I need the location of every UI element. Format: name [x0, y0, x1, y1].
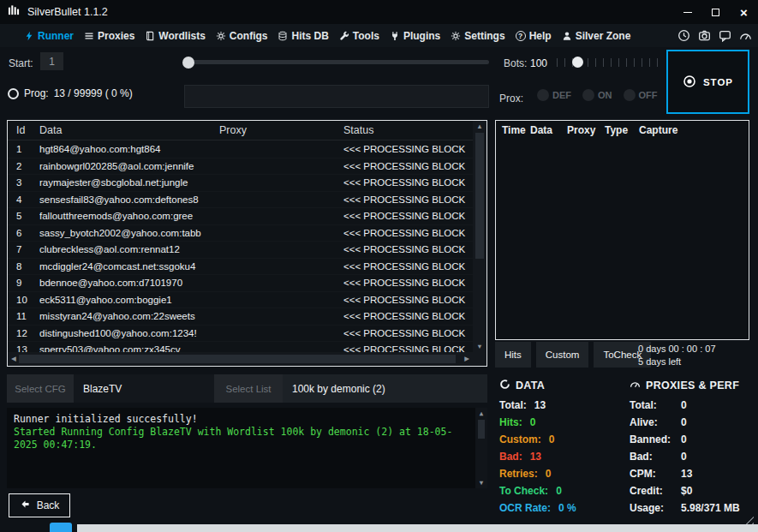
table-cell: bdennoe@yahoo.com:d7101970 — [39, 278, 219, 288]
table-cell: 3 — [8, 177, 39, 188]
minimize-button[interactable] — [673, 0, 701, 24]
nav-item-wordlists[interactable]: Wordlists — [140, 24, 210, 47]
table-cell: 12 — [8, 328, 39, 338]
days-left: 5 days left — [638, 356, 716, 368]
stat-label: Retries: — [499, 468, 538, 480]
scroll-left-icon[interactable]: ◀ — [11, 356, 16, 362]
table-row[interactable]: 10eck5311@yahoo.com:boggie1<<< PROCESSIN… — [8, 292, 473, 309]
titlebar: SilverBullet 1.1.2 × — [0, 0, 758, 24]
scroll-down-icon[interactable]: ▼ — [476, 344, 482, 350]
start-slider[interactable] — [184, 60, 489, 64]
scrollbar-thumb[interactable] — [478, 420, 485, 439]
column-header-time[interactable]: Time — [496, 124, 530, 136]
config-bar: Select CFG BlazeTV Select List 100k by d… — [7, 374, 487, 403]
start-input[interactable] — [40, 52, 63, 70]
nav-item-configs[interactable]: Configs — [211, 24, 273, 47]
proxy-mode-off[interactable]: OFF — [624, 89, 658, 101]
maximize-button[interactable] — [701, 0, 730, 24]
table-cell: 6 — [8, 228, 39, 238]
stat-value: 0 — [681, 416, 687, 428]
nav-item-help[interactable]: ? Help — [510, 24, 557, 47]
nav-item-runner[interactable]: Runner — [19, 24, 79, 47]
table-row[interactable]: 11misstyran24@yahoo.com:22sweets<<< PROC… — [8, 308, 473, 326]
scroll-up-icon[interactable]: ▲ — [476, 123, 482, 130]
close-icon: × — [740, 6, 748, 19]
column-header-type[interactable]: Type — [605, 124, 639, 136]
proxy-mode-on[interactable]: ON — [582, 89, 612, 101]
stat-label: Bad: — [499, 451, 522, 463]
column-header-capture[interactable]: Capture — [639, 124, 749, 136]
stat-row: Custom:0 — [499, 431, 628, 448]
table-row[interactable]: 9bdennoe@yahoo.com:d7101970<<< PROCESSIN… — [8, 275, 473, 292]
stat-label: Banned: — [630, 433, 681, 445]
column-header-data[interactable]: Data — [530, 124, 567, 136]
stop-button[interactable]: STOP — [666, 50, 749, 114]
gear-icon — [216, 31, 226, 41]
table-row[interactable]: 13sperry503@yahoo.com:zx345cv<<< PROCESS… — [8, 342, 473, 352]
column-header-proxy[interactable]: Proxy — [567, 124, 605, 136]
hits-header: Time Data Proxy Type Capture — [496, 121, 749, 140]
scrollbar-thumb[interactable] — [19, 355, 456, 363]
proxy-mode-def[interactable]: DEF — [537, 89, 571, 101]
start-slider-thumb[interactable] — [182, 57, 194, 69]
proxies-stats-panel: PROXIES & PERF Total:0Alive:0Banned:0Bad… — [630, 378, 755, 517]
column-header-status[interactable]: Status — [343, 124, 486, 136]
toggle-knob-icon — [537, 89, 549, 101]
scrollbar-thumb[interactable] — [475, 133, 484, 260]
stat-value: 0 — [556, 485, 562, 497]
nav-item-silver-zone[interactable]: Silver Zone — [557, 24, 636, 47]
table-row[interactable]: 12distingushed100@yahoo.com:1234!<<< PRO… — [8, 326, 473, 343]
back-button[interactable]: Back — [9, 493, 70, 517]
bots-slider[interactable] — [557, 56, 665, 69]
data-stats-panel: DATA Total:13Hits:0Custom:0Bad:13Retries… — [499, 378, 628, 517]
select-list-button[interactable]: Select List — [214, 374, 283, 403]
table-row[interactable]: 6sassy_byotch2002@yahoo.com:tabb<<< PROC… — [8, 225, 473, 242]
nav-item-settings[interactable]: Settings — [445, 24, 510, 47]
tab-custom[interactable]: Custom — [536, 342, 589, 368]
scroll-down-icon[interactable]: ▼ — [480, 480, 484, 487]
table-row[interactable]: 3raymajester@sbcglobal.net:jungle<<< PRO… — [8, 175, 473, 192]
tab-hits[interactable]: Hits — [495, 342, 531, 368]
history-icon[interactable] — [673, 24, 694, 47]
stat-value: 13 — [534, 399, 546, 411]
table-row[interactable]: 7clubreckless@aol.com:rennat12<<< PROCES… — [8, 242, 473, 259]
column-header-data[interactable]: Data — [39, 124, 219, 136]
select-cfg-button[interactable]: Select CFG — [7, 374, 74, 403]
table-row[interactable]: 5falloutthreemods@yahoo.com:gree<<< PROC… — [8, 208, 473, 225]
scroll-right-icon[interactable]: ▶ — [464, 356, 469, 362]
stat-label: Usage: — [630, 502, 681, 514]
table-cell: <<< PROCESSING BLOCK — [343, 295, 473, 305]
table-cell: 10 — [8, 295, 39, 305]
column-header-id[interactable]: Id — [8, 124, 39, 136]
table-row[interactable]: 8mcdiggler24@comcast.net:ssgoku4<<< PROC… — [8, 259, 473, 276]
nav-item-hits-db[interactable]: Hits DB — [272, 24, 333, 47]
taskbar-app-icon[interactable] — [50, 523, 72, 532]
progress-bar — [184, 85, 489, 108]
prox-label: Prox: — [499, 93, 523, 105]
log-scrollbar[interactable]: ▲ ▼ — [475, 408, 487, 488]
nav-item-tools[interactable]: Tools — [334, 24, 385, 47]
stat-row: Credit:$0 — [630, 482, 755, 499]
nav-item-proxies[interactable]: Proxies — [79, 24, 140, 47]
gauge-icon[interactable] — [735, 24, 755, 47]
column-header-proxy[interactable]: Proxy — [219, 124, 343, 136]
close-button[interactable]: × — [730, 0, 758, 24]
scroll-up-icon[interactable]: ▲ — [480, 410, 484, 417]
chat-icon[interactable] — [714, 24, 735, 47]
toggle-knob-icon — [624, 89, 636, 101]
table-row[interactable]: 1hgt864@yahoo.com:hgt864<<< PROCESSING B… — [8, 141, 473, 158]
grid-vscrollbar[interactable]: ▲ ▼ — [473, 121, 486, 352]
stat-row: Bad:13 — [499, 448, 628, 465]
config-name: BlazeTV — [74, 374, 214, 403]
window-controls: × — [673, 0, 758, 24]
grid-hscrollbar[interactable]: ◀ ▶ — [8, 352, 473, 366]
table-cell: <<< PROCESSING BLOCK — [343, 344, 473, 352]
trial-timer: 0 days 00 : 00 : 07 5 days left — [638, 343, 716, 368]
table-row[interactable]: 4sensesfail83@yahoo.com:deftones8<<< PRO… — [8, 192, 473, 209]
bots-slider-thumb[interactable] — [572, 57, 583, 68]
stat-value: 0 — [681, 451, 687, 463]
table-row[interactable]: 2rainbowgrl020285@aol.com:jennife<<< PRO… — [8, 158, 473, 176]
nav-item-plugins[interactable]: Plugins — [385, 24, 445, 47]
progress-label: Prog: — [24, 87, 49, 99]
camera-icon[interactable] — [694, 24, 714, 47]
